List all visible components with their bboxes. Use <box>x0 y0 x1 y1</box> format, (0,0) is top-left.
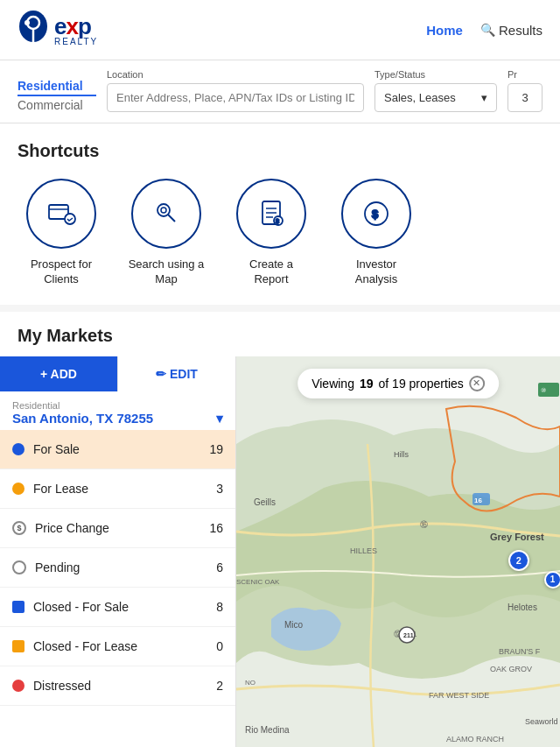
svg-point-6 <box>161 208 166 213</box>
viewing-of: of 19 properties <box>379 377 464 391</box>
map-cluster-1[interactable]: 1 <box>544 571 561 588</box>
search-bar: Residential Commercial Location Type/Sta… <box>0 60 560 123</box>
header-nav: Home 🔍 Results <box>426 23 542 38</box>
market-row-count-pending: 6 <box>216 560 223 574</box>
investor-icon: $ <box>360 198 392 229</box>
shortcuts-title: Shortcuts <box>18 141 542 161</box>
market-row-name-price-change: Price Change <box>35 521 209 535</box>
svg-text:Mico: Mico <box>284 620 304 630</box>
type-residential[interactable]: Residential <box>18 79 96 96</box>
dot-for-lease <box>12 483 24 495</box>
logo-icon <box>18 11 49 49</box>
market-row-name-closed-lease: Closed - For Lease <box>33 639 216 653</box>
map-area[interactable]: Viewing 19 of 19 properties ✕ <box>236 356 560 747</box>
viewing-label: Viewing <box>312 377 354 391</box>
map-cluster-2[interactable]: 2 <box>508 550 529 571</box>
market-row-pending[interactable]: Pending 6 <box>0 548 235 588</box>
svg-text:OAK GROV: OAK GROV <box>490 665 532 673</box>
market-loc-name-text: San Antonio, TX 78255 <box>12 411 153 426</box>
svg-text:211: 211 <box>403 632 414 638</box>
location-label: Location <box>107 69 364 80</box>
shortcut-prospect-circle <box>26 179 96 249</box>
shortcut-investor-label: Investor Analysis <box>337 257 416 287</box>
property-type-selector: Residential Commercial <box>18 79 96 112</box>
market-row-count-distressed: 2 <box>216 679 223 693</box>
market-row-count-closed-lease: 0 <box>216 639 223 653</box>
svg-text:$: $ <box>372 208 379 221</box>
shortcut-report-label: Create a Report <box>232 257 311 287</box>
dot-price-change: $ <box>12 521 26 535</box>
svg-text:⑩: ⑩ <box>541 387 546 393</box>
logo-text-wrapper: e x p REALTY <box>54 13 98 46</box>
shortcut-investor-circle: $ <box>341 179 411 249</box>
market-row-name-closed-sale: Closed - For Sale <box>33 600 216 614</box>
svg-text:$: $ <box>276 218 279 225</box>
shortcut-report-circle: $ <box>236 179 306 249</box>
market-row-name-pending: Pending <box>35 560 216 574</box>
market-row-closed-lease[interactable]: Closed - For Lease 0 <box>0 627 235 666</box>
svg-point-2 <box>24 20 30 25</box>
market-row-name-distressed: Distressed <box>33 679 216 693</box>
market-row-for-lease[interactable]: For Lease 3 <box>0 469 235 509</box>
svg-text:SCENIC OAK: SCENIC OAK <box>236 578 280 586</box>
shortcut-prospect-label: Prospect for Clients <box>22 257 101 287</box>
dot-pending <box>12 560 26 574</box>
market-row-count-price-change: 16 <box>209 521 223 535</box>
market-row-count-for-lease: 3 <box>216 482 223 496</box>
market-location: Residential San Antonio, TX 78255 ▾ <box>0 391 235 430</box>
dot-for-sale <box>12 443 24 455</box>
badge-close-button[interactable]: ✕ <box>469 376 485 391</box>
type-commercial[interactable]: Commercial <box>18 98 96 112</box>
market-row-closed-sale[interactable]: Closed - For Sale 8 <box>0 588 235 627</box>
dot-closed-lease <box>12 640 24 652</box>
price-field: Pr 3 <box>508 69 542 112</box>
nav-results[interactable]: 🔍 Results <box>480 23 542 38</box>
header: e x p REALTY Home 🔍 Results <box>0 0 560 60</box>
svg-text:Helotes: Helotes <box>508 603 537 612</box>
svg-text:FAR WEST SIDE: FAR WEST SIDE <box>429 691 489 700</box>
svg-point-4 <box>65 214 75 224</box>
type-status-select[interactable]: Sales, Leases ▾ <box>374 83 497 112</box>
shortcut-report[interactable]: $ Create a Report <box>228 179 315 287</box>
market-row-distressed[interactable]: Distressed 2 <box>0 666 235 706</box>
price-value[interactable]: 3 <box>508 83 542 112</box>
svg-text:⑯: ⑯ <box>420 520 428 529</box>
prospect-icon <box>46 198 77 229</box>
markets-title: My Markets <box>18 326 542 346</box>
type-status-value: Sales, Leases <box>384 91 456 104</box>
logo: e x p REALTY <box>18 11 98 49</box>
shortcut-investor[interactable]: $ Investor Analysis <box>332 179 420 287</box>
dot-closed-sale <box>12 601 24 613</box>
svg-text:Geills: Geills <box>254 497 276 507</box>
svg-text:NO: NO <box>245 679 256 687</box>
market-row-price-change[interactable]: $ Price Change 16 <box>0 509 235 548</box>
shortcut-prospect[interactable]: Prospect for Clients <box>18 179 105 287</box>
dot-distressed <box>12 680 24 692</box>
market-row-name-for-lease: For Lease <box>33 482 216 496</box>
market-loc-chevron: ▾ <box>216 411 223 426</box>
location-input[interactable] <box>107 83 364 112</box>
market-row-count-for-sale: 19 <box>209 442 223 456</box>
left-panel: + ADD ✏ EDIT Residential San Antonio, TX… <box>0 356 236 747</box>
svg-text:Grey Forest: Grey Forest <box>490 532 544 542</box>
map-viewing-badge: Viewing 19 of 19 properties ✕ <box>298 369 499 398</box>
shortcut-map-circle <box>131 179 201 249</box>
markets-body: + ADD ✏ EDIT Residential San Antonio, TX… <box>0 356 560 747</box>
market-row-for-sale[interactable]: For Sale 19 <box>0 430 235 469</box>
cluster-count-1: 2 <box>516 555 522 566</box>
chevron-down-icon: ▾ <box>481 91 487 104</box>
svg-text:HILLES: HILLES <box>350 546 377 555</box>
nav-home-link[interactable]: Home <box>426 23 463 38</box>
svg-text:Hills: Hills <box>394 450 409 459</box>
shortcut-map-search[interactable]: Search using a Map <box>122 179 210 287</box>
shortcut-map-label: Search using a Map <box>127 257 206 287</box>
svg-point-5 <box>158 204 170 216</box>
cluster-count-2: 1 <box>550 574 556 584</box>
svg-text:ALAMO RANCH: ALAMO RANCH <box>446 735 504 743</box>
add-market-button[interactable]: + ADD <box>0 356 117 391</box>
shortcuts-grid: Prospect for Clients Search using a Map <box>18 179 542 287</box>
edit-market-button[interactable]: ✏ EDIT <box>117 356 235 391</box>
markets-header: My Markets <box>0 312 560 356</box>
market-loc-name[interactable]: San Antonio, TX 78255 ▾ <box>12 411 223 426</box>
nav-results-label: Results <box>499 23 542 38</box>
